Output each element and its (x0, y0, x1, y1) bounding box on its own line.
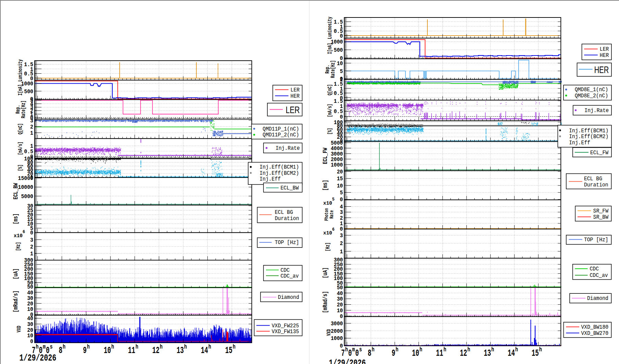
svg-text:ECL_BW: ECL_BW (280, 185, 299, 191)
svg-text:VXD_FW135: VXD_FW135 (272, 328, 299, 335)
svg-text:Q[nC]: Q[nC] (327, 84, 333, 96)
svg-text:[Hz]: [Hz] (15, 242, 22, 251)
svg-text:0: 0 (340, 313, 343, 320)
svg-text:10000: 10000 (18, 184, 34, 191)
svg-text:x10: x10 (323, 201, 332, 206)
svg-text:0: 0 (355, 348, 359, 359)
svg-text:1/29/2026: 1/29/2026 (329, 358, 366, 364)
svg-text:CDC_av: CDC_av (590, 272, 608, 279)
svg-text:CDC: CDC (590, 266, 599, 272)
svg-text:SR_BW: SR_BW (593, 214, 608, 220)
svg-text:1.5: 1.5 (24, 61, 33, 68)
svg-text:10: 10 (412, 348, 419, 359)
svg-text:0: 0 (340, 226, 343, 232)
svg-text:0: 0 (30, 338, 33, 345)
svg-text:VXD_BW270: VXD_BW270 (581, 330, 609, 337)
svg-text:VXD_BW180: VXD_BW180 (581, 324, 609, 330)
svg-text:[%]: [%] (17, 165, 24, 171)
svg-text:Duration: Duration (584, 182, 608, 188)
svg-text:14: 14 (508, 348, 515, 359)
svg-text:14: 14 (201, 345, 208, 356)
svg-text:8: 8 (59, 345, 62, 356)
svg-text:1.5: 1.5 (334, 19, 343, 25)
svg-text:s: s (50, 343, 53, 351)
svg-text:h: h (160, 343, 162, 351)
svg-text:h: h (36, 343, 39, 351)
svg-text:h: h (515, 346, 518, 353)
svg-text:x10: x10 (14, 233, 23, 239)
svg-text:15: 15 (225, 345, 232, 356)
svg-text:x10: x10 (323, 230, 332, 236)
svg-text:Luminosity: Luminosity (327, 16, 333, 39)
svg-text:[mA/s]: [mA/s] (327, 104, 333, 117)
svg-text:VXD: VXD (326, 329, 332, 336)
svg-text:TOP [Hz]: TOP [Hz] (275, 239, 299, 246)
svg-text:[Hz]: [Hz] (325, 242, 331, 251)
svg-text:1: 1 (30, 130, 33, 136)
svg-text:SR_FW: SR_FW (593, 208, 608, 214)
svg-text:Rate[Hz]: Rate[Hz] (21, 100, 27, 118)
svg-text:HER: HER (291, 93, 300, 99)
svg-text:ECL_BW: ECL_BW (12, 183, 20, 199)
svg-text:s: s (359, 346, 362, 353)
svg-text:20: 20 (337, 169, 343, 175)
svg-text:Inj.Eff: Inj.Eff (259, 176, 281, 182)
svg-text:Inj.Rate: Inj.Rate (584, 107, 609, 114)
svg-text:Inj.Eff(BCM2): Inj.Eff(BCM2) (569, 133, 608, 140)
svg-text:2: 2 (30, 244, 33, 250)
svg-text:ECL_FW: ECL_FW (321, 148, 329, 164)
svg-text:1/29/2026: 1/29/2026 (20, 353, 57, 363)
svg-text:h: h (111, 343, 114, 351)
svg-text:HER: HER (594, 64, 609, 75)
svg-text:1000: 1000 (331, 162, 343, 168)
svg-text:0: 0 (340, 196, 343, 203)
svg-text:7: 7 (341, 348, 345, 359)
svg-text:Inj.Eff(BCM2): Inj.Eff(BCM2) (259, 170, 299, 177)
svg-text:m: m (352, 346, 355, 353)
svg-text:ECL BG: ECL BG (275, 209, 293, 216)
svg-text:I[mA]: I[mA] (17, 84, 24, 96)
svg-text:Diamond: Diamond (587, 295, 608, 302)
svg-text:h: h (539, 346, 542, 353)
svg-text:QMD11P_1(nC): QMD11P_1(nC) (263, 126, 299, 132)
svg-text:500: 500 (24, 88, 33, 95)
svg-text:[mRad/s]: [mRad/s] (321, 291, 329, 313)
svg-text:1: 1 (30, 251, 33, 257)
svg-text:10: 10 (337, 60, 343, 67)
svg-text:3: 3 (30, 237, 33, 243)
svg-text:h: h (87, 343, 90, 351)
svg-text:[uA]: [uA] (321, 267, 329, 278)
svg-text:Inj.Rate: Inj.Rate (276, 145, 300, 151)
svg-text:VXD: VXD (16, 326, 22, 332)
svg-text:500: 500 (334, 47, 343, 53)
svg-text:0: 0 (348, 348, 352, 359)
svg-text:h: h (396, 346, 398, 353)
svg-text:h: h (345, 346, 348, 353)
svg-text:9: 9 (392, 348, 396, 359)
svg-text:6: 6 (23, 230, 25, 234)
svg-text:11: 11 (436, 348, 443, 359)
svg-text:h: h (63, 343, 65, 351)
svg-text:m: m (43, 343, 46, 351)
svg-text:ECL_FW: ECL_FW (590, 149, 608, 156)
svg-text:LER: LER (291, 87, 300, 93)
svg-text:h: h (491, 346, 494, 353)
svg-text:h: h (444, 346, 446, 353)
svg-text:TOP [Hz]: TOP [Hz] (584, 236, 608, 243)
svg-text:h: h (136, 343, 138, 351)
svg-text:[%]: [%] (327, 128, 333, 135)
svg-text:1000: 1000 (331, 335, 343, 342)
svg-text:5: 5 (340, 68, 343, 75)
svg-text:Diamond: Diamond (278, 294, 299, 301)
svg-text:3: 3 (340, 232, 343, 239)
svg-text:5000: 5000 (21, 193, 33, 200)
svg-text:h: h (372, 346, 375, 353)
svg-text:Luminosity: Luminosity (17, 59, 24, 82)
svg-text:6: 6 (332, 227, 335, 232)
svg-text:8: 8 (368, 348, 372, 359)
svg-text:12: 12 (460, 348, 467, 359)
svg-text:I[mA]: I[mA] (327, 43, 333, 54)
svg-text:10: 10 (337, 183, 343, 189)
svg-text:10: 10 (104, 345, 111, 356)
svg-text:11: 11 (128, 345, 135, 356)
